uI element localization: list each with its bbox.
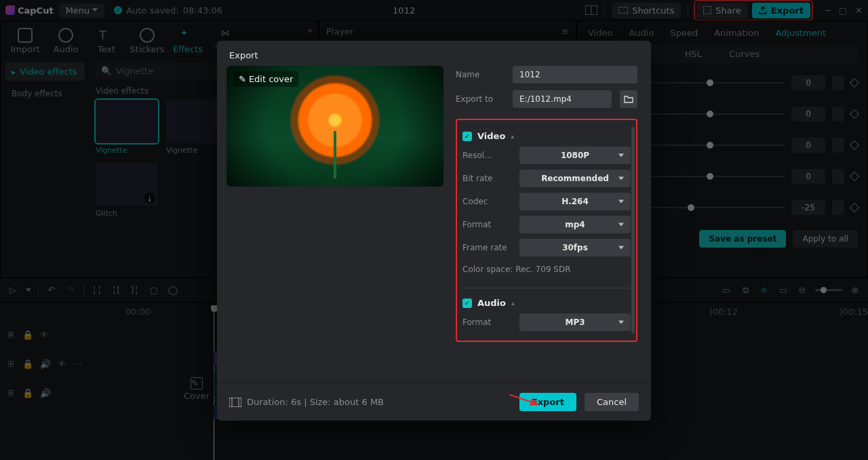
audio-format-label: Format — [462, 318, 511, 327]
format-select[interactable]: mp4 — [519, 216, 631, 233]
checkbox-icon: ✓ — [462, 299, 472, 308]
export-path-input[interactable]: E:/1012.mp4 — [513, 90, 612, 108]
name-input[interactable]: 1012 — [513, 66, 637, 83]
export-dialog: Export ✎ Edit cover Name 1012 Export to … — [217, 41, 651, 421]
framerate-label: Frame rate — [462, 243, 511, 252]
folder-icon — [624, 95, 633, 103]
collapse-icon: ▴ — [511, 299, 515, 307]
checkbox-icon: ✓ — [462, 132, 472, 141]
audio-format-select[interactable]: MP3 — [519, 313, 631, 331]
export-info: Duration: 6s | Size: about 6 MB — [247, 397, 384, 407]
audio-section-header[interactable]: ✓ Audio ▴ — [462, 298, 631, 308]
collapse-icon: ▴ — [511, 132, 514, 140]
dialog-footer: Duration: 6s | Size: about 6 MB Export C… — [217, 383, 651, 421]
svg-line-7 — [510, 395, 538, 404]
colorspace-note: Color space: Rec. 709 SDR — [462, 263, 631, 278]
svg-rect-4 — [229, 398, 241, 407]
browse-folder-button[interactable] — [620, 90, 637, 108]
export-form: Name 1012 Export to E:/1012.mp4 ✓ Video … — [456, 66, 642, 376]
codec-select[interactable]: H.264 — [519, 193, 631, 210]
edit-cover-button[interactable]: ✎ Edit cover — [233, 71, 298, 87]
video-audio-settings-highlight: ✓ Video ▴ Resol… 1080P Bit rate Recommen… — [456, 119, 637, 342]
resolution-label: Resol… — [462, 151, 511, 160]
name-label: Name — [456, 70, 505, 79]
pencil-icon: ✎ — [239, 74, 246, 84]
film-icon — [229, 398, 241, 407]
export-to-label: Export to — [456, 94, 505, 104]
bitrate-select[interactable]: Recommended — [519, 170, 631, 187]
annotation-arrow — [509, 392, 542, 408]
cover-preview: ✎ Edit cover — [226, 66, 443, 187]
video-section-header[interactable]: ✓ Video ▴ — [462, 131, 631, 141]
framerate-select[interactable]: 30fps — [519, 239, 631, 256]
scrollbar[interactable] — [631, 127, 635, 334]
format-label: Format — [462, 220, 511, 229]
dialog-title: Export — [217, 41, 651, 66]
resolution-select[interactable]: 1080P — [519, 147, 631, 164]
bitrate-label: Bit rate — [462, 174, 511, 183]
cancel-button[interactable]: Cancel — [585, 393, 639, 411]
codec-label: Codec — [462, 197, 511, 206]
